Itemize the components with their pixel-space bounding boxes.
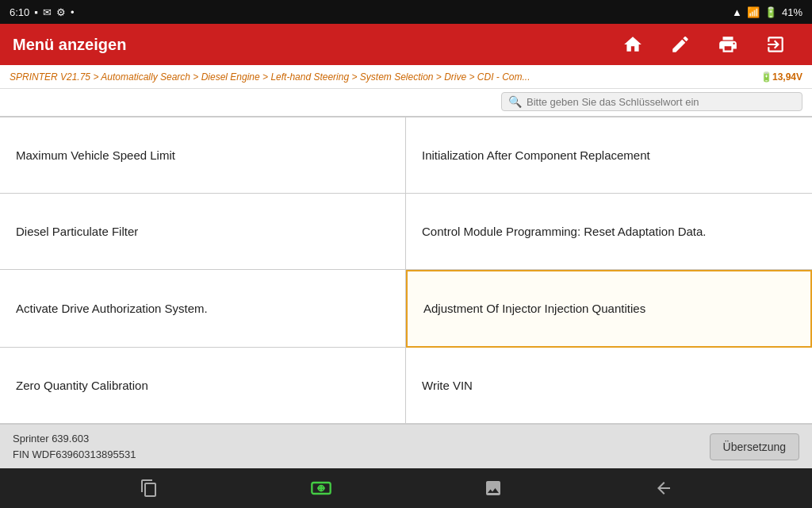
battery-icon: 🔋 [764, 6, 777, 18]
footer-info: Sprinter 639.603 FIN WDF63960313895531 Ü… [0, 424, 812, 468]
header-icons [609, 24, 799, 65]
grid-cell-3[interactable]: Diesel Particulate Filter [0, 194, 406, 270]
footer-text: Sprinter 639.603 FIN WDF63960313895531 [13, 431, 136, 462]
grid-cell-4[interactable]: Control Module Programming: Reset Adapta… [406, 194, 812, 270]
grid-cell-2[interactable]: Initialization After Component Replaceme… [406, 117, 812, 194]
back-nav-button[interactable] [642, 472, 686, 504]
wifi-icon: ▲ [732, 6, 742, 18]
status-time: 6:10 [10, 6, 29, 18]
copy-nav-button[interactable] [127, 472, 171, 504]
gallery-nav-button[interactable] [471, 472, 515, 504]
status-right: ▲ 📶 🔋 41% [732, 6, 802, 18]
grid-cell-7[interactable]: Zero Quantity Calibration [0, 348, 406, 424]
home-button[interactable] [609, 24, 657, 65]
bottom-nav [0, 468, 812, 508]
grid-cell-8[interactable]: Write VIN [406, 348, 812, 424]
search-wrapper: 🔍 [501, 92, 802, 111]
search-bar: 🔍 [0, 89, 812, 117]
edit-button[interactable] [657, 24, 704, 65]
footer-line2: FIN WDF63960313895531 [13, 447, 136, 463]
signal-icon: 📶 [747, 6, 760, 18]
status-left: 6:10 ▪ ✉ ⚙ • [10, 6, 74, 18]
content-grid: Maximum Vehicle Speed LimitInitializatio… [0, 117, 812, 424]
header: Menü anzeigen [0, 24, 812, 65]
grid-cell-5[interactable]: Activate Drive Authorization System. [0, 270, 406, 348]
ubersetzung-button[interactable]: Übersetzung [710, 433, 799, 460]
search-input[interactable] [527, 96, 795, 108]
breadcrumb-bar: SPRINTER V21.75 > Automatically Search >… [0, 65, 812, 89]
status-dot-icon: • [71, 6, 75, 18]
breadcrumb-text: SPRINTER V21.75 > Automatically Search >… [10, 71, 530, 83]
search-icon: 🔍 [508, 95, 522, 108]
grid-cell-1[interactable]: Maximum Vehicle Speed Limit [0, 117, 406, 194]
footer-line1: Sprinter 639.603 [13, 431, 136, 447]
status-bar: 6:10 ▪ ✉ ⚙ • ▲ 📶 🔋 41% [0, 0, 812, 24]
grid-cell-6[interactable]: Adjustment Of Injector Injection Quantit… [406, 270, 812, 348]
vci-nav-button[interactable] [297, 471, 345, 506]
header-title: Menü anzeigen [13, 36, 609, 54]
battery-percent: 41% [782, 6, 802, 18]
battery-voltage: 🔋13,94V [760, 71, 802, 83]
status-settings-icon: ⚙ [56, 6, 66, 18]
status-sim-icon: ▪ [34, 6, 38, 18]
exit-button[interactable] [752, 24, 799, 65]
main-container: Menü anzeigen [0, 24, 812, 468]
status-msg-icon: ✉ [43, 6, 52, 18]
print-button[interactable] [704, 24, 752, 65]
